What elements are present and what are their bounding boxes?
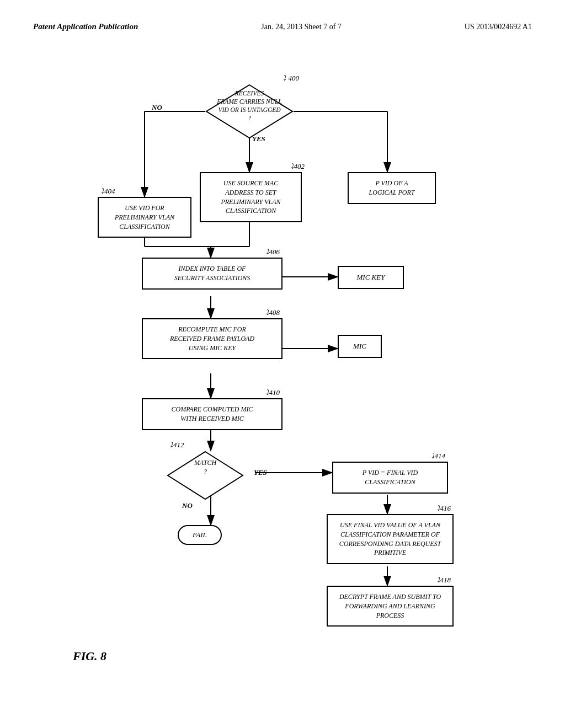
node-fail-text: FAIL bbox=[178, 525, 222, 545]
ref-414: ⤵414 bbox=[431, 452, 446, 461]
yes-label-412: YES bbox=[254, 468, 267, 477]
node-mic-key: MIC KEY bbox=[338, 266, 404, 289]
ref-404: ⤵404 bbox=[100, 187, 115, 196]
page: Patent Application Publication Jan. 24, … bbox=[0, 0, 565, 728]
ref-402: ⤵402 bbox=[290, 162, 305, 171]
node-fail: FAIL bbox=[178, 525, 222, 545]
node-410: ⤵410 COMPARE COMPUTED MICWITH RECEIVED M… bbox=[142, 398, 282, 430]
header: Patent Application Publication Jan. 24, … bbox=[33, 22, 532, 31]
node-400-text: RECEIVESFRAME CARRIES NULLVID OR IS UNTA… bbox=[205, 89, 294, 122]
no-label-top: NO bbox=[152, 103, 162, 112]
node-412-text: MATCH? bbox=[167, 459, 244, 476]
publication-label: Patent Application Publication bbox=[33, 22, 138, 31]
node-402-text: USE SOURCE MACADDRESS TO SETPRELIMINARY … bbox=[200, 172, 302, 222]
node-416: ⤵416 USE FINAL VID VALUE OF A VLANCLASSI… bbox=[327, 514, 454, 564]
node-mic-text: MIC bbox=[338, 335, 382, 358]
flowchart: RECEIVESFRAME CARRIES NULLVID OR IS UNTA… bbox=[45, 48, 520, 688]
figure-label: FIG. 8 bbox=[73, 649, 106, 663]
node-406: ⤵406 INDEX INTO TABLE OFSECURITY ASSOCIA… bbox=[142, 258, 282, 290]
node-404: ⤵404 USE VID FORPRELIMINARY VLANCLASSIFI… bbox=[98, 197, 191, 238]
node-410-text: COMPARE COMPUTED MICWITH RECEIVED MIC bbox=[142, 398, 282, 430]
ref-412: ⤵412 bbox=[169, 441, 184, 449]
node-414: ⤵414 P VID = FINAL VIDCLASSIFICATION bbox=[332, 462, 448, 494]
node-408-text: RECOMPUTE MIC FORRECEIVED FRAME PAYLOADU… bbox=[142, 318, 282, 359]
ref-406: ⤵406 bbox=[265, 248, 280, 256]
node-402: ⤵402 USE SOURCE MACADDRESS TO SETPRELIMI… bbox=[200, 172, 302, 222]
node-416-text: USE FINAL VID VALUE OF A VLANCLASSIFICAT… bbox=[327, 514, 454, 564]
ref-410: ⤵410 bbox=[265, 388, 280, 397]
date-sheet-label: Jan. 24, 2013 Sheet 7 of 7 bbox=[261, 23, 341, 31]
ref-400: ⤵ 400 bbox=[282, 74, 299, 83]
node-pvid-port-text: P VID OF ALOGICAL PORT bbox=[348, 172, 436, 204]
node-408: ⤵408 RECOMPUTE MIC FORRECEIVED FRAME PAY… bbox=[142, 318, 282, 359]
ref-416: ⤵416 bbox=[436, 504, 451, 513]
node-pvid-port: P VID OF ALOGICAL PORT bbox=[348, 172, 436, 204]
node-400: RECEIVESFRAME CARRIES NULLVID OR IS UNTA… bbox=[205, 84, 294, 141]
node-404-text: USE VID FORPRELIMINARY VLANCLASSIFICATIO… bbox=[98, 197, 191, 238]
node-414-text: P VID = FINAL VIDCLASSIFICATION bbox=[332, 462, 448, 494]
node-418-text: DECRYPT FRAME AND SUBMIT TOFORWARDING AN… bbox=[327, 586, 454, 627]
node-412: ⤵412 MATCH? bbox=[167, 451, 244, 502]
no-label-412: NO bbox=[182, 501, 193, 510]
ref-418: ⤵418 bbox=[436, 576, 451, 585]
patent-number-label: US 2013/0024692 A1 bbox=[465, 23, 532, 31]
ref-408: ⤵408 bbox=[265, 308, 280, 317]
node-mic-key-text: MIC KEY bbox=[338, 266, 404, 289]
yes-label-top: YES bbox=[252, 135, 265, 143]
node-406-text: INDEX INTO TABLE OFSECURITY ASSOCIATIONS bbox=[142, 258, 282, 290]
node-mic: MIC bbox=[338, 335, 382, 358]
node-418: ⤵418 DECRYPT FRAME AND SUBMIT TOFORWARDI… bbox=[327, 586, 454, 627]
